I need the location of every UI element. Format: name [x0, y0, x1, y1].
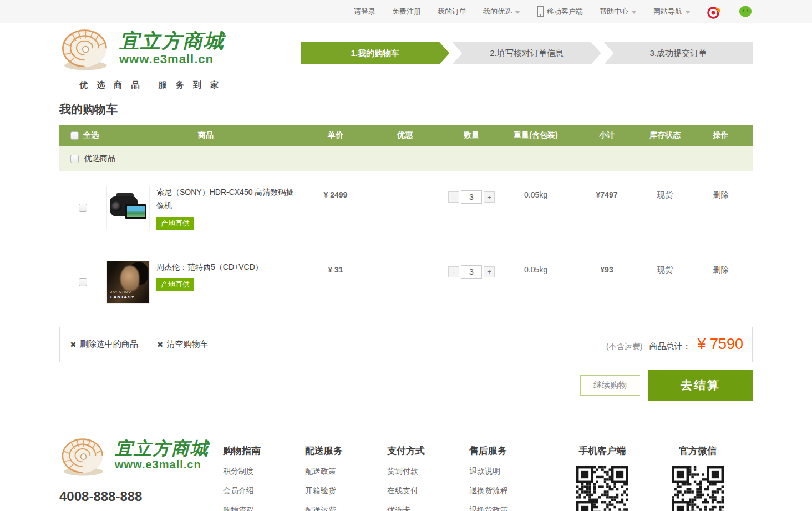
quantity-increase-button[interactable]: +	[484, 191, 495, 203]
unit-price: ¥ 2499	[305, 186, 366, 199]
item-checkbox[interactable]	[79, 278, 87, 286]
album-artist-text: JAY CHOU	[110, 290, 135, 294]
total-label: 商品总计：	[649, 341, 691, 352]
clear-cart-link[interactable]: ✖ 清空购物车	[157, 339, 209, 350]
footer-link[interactable]: 配送运费	[305, 505, 387, 511]
brand-slogan: 优 选 商 品 服 务 到 家	[79, 80, 225, 90]
clear-cart-label: 清空购物车	[166, 339, 208, 350]
footer-link[interactable]: 配送政策	[305, 467, 387, 477]
slogan-left: 优 选 商 品	[79, 80, 143, 90]
product-title[interactable]: 周杰伦：范特西5（CD+VCD）	[156, 261, 298, 274]
wechat-icon[interactable]	[738, 4, 753, 19]
page-title: 我的购物车	[59, 102, 753, 117]
col-subtotal: 小计	[572, 130, 641, 140]
weight-value: 0.05kg	[499, 186, 572, 199]
footer-link[interactable]: 退换货政策	[469, 505, 551, 511]
col-product: 商品	[106, 130, 305, 140]
product-title[interactable]: 索尼（SONY）HDR-CX450 高清数码摄像机	[156, 186, 298, 213]
x-icon: ✖	[70, 340, 77, 349]
unit-price: ¥ 31	[305, 261, 366, 274]
footer-link[interactable]: 购物流程	[223, 505, 305, 511]
table-row: 索尼（SONY）HDR-CX450 高清数码摄像机 产地直供 ¥ 2499 - …	[59, 171, 753, 246]
footer-col-payment: 支付方式 货到付款 在线支付 优选卡 发票制度	[387, 437, 469, 511]
footer-col-title: 配送服务	[305, 444, 387, 457]
footer-link[interactable]: 在线支付	[387, 486, 469, 496]
wechat-qr-code	[672, 466, 724, 511]
col-discount: 优惠	[366, 130, 444, 140]
quantity-stepper: - +	[448, 190, 495, 204]
site-logo[interactable]: 宜立方商城 www.e3mall.cn 优 选 商 品 服 务 到 家	[59, 28, 225, 90]
col-quantity: 数量	[444, 130, 499, 140]
cart-summary-bar: ✖ 删除选中的商品 ✖ 清空购物车 (不含运费) 商品总计： ¥ 7590	[59, 327, 753, 362]
col-stock: 库存状态	[641, 130, 689, 140]
col-action: 操作	[689, 130, 753, 140]
col-weight: 重量(含包装)	[499, 130, 572, 140]
mobile-client-label: 移动客户端	[547, 7, 583, 17]
qr-section-title: 手机客户端	[558, 444, 647, 457]
footer-col-title: 购物指南	[223, 444, 305, 457]
camcorder-screen	[125, 204, 146, 219]
group-label: 优选商品	[84, 154, 115, 164]
mobile-app-qr-code	[576, 466, 628, 511]
quantity-input[interactable]	[461, 265, 482, 279]
col-unit-price: 单价	[305, 130, 366, 140]
quantity-input[interactable]	[461, 190, 482, 204]
help-center-menu[interactable]: 帮助中心	[600, 7, 637, 17]
item-checkbox[interactable]	[79, 204, 87, 212]
brand-url: www.e3mall.cn	[115, 458, 209, 471]
mobile-app-qr-section: 手机客户端	[558, 437, 647, 511]
delete-selected-link[interactable]: ✖ 删除选中的商品	[70, 339, 138, 350]
group-select-checkbox[interactable]	[70, 155, 79, 163]
total-value: ¥ 7590	[697, 336, 743, 353]
product-image-sony-camcorder[interactable]	[106, 186, 150, 229]
footer-link[interactable]: 积分制度	[223, 467, 305, 477]
smartphone-icon	[537, 6, 544, 17]
quantity-increase-button[interactable]: +	[484, 266, 495, 277]
chevron-down-icon	[631, 11, 637, 14]
checkout-button[interactable]: 去结算	[648, 370, 753, 401]
footer-link[interactable]: 货到付款	[387, 467, 469, 477]
my-picks-label: 我的优选	[483, 7, 512, 17]
select-all-checkbox[interactable]	[70, 131, 79, 140]
album-face	[120, 266, 139, 291]
wechat-qr-section: 官方微信	[653, 437, 742, 511]
select-all-label: 全选	[83, 130, 99, 140]
footer-logo[interactable]: 宜立方商城 www.e3mall.cn	[59, 437, 223, 480]
cart-table-header: 全选 商品 单价 优惠 数量 重量(含包装) 小计 库存状态 操作	[59, 125, 753, 146]
service-phone: 4008-888-888	[59, 489, 223, 504]
brand-url: www.e3mall.cn	[119, 52, 225, 67]
footer-link[interactable]: 退换货流程	[469, 486, 551, 496]
discount-cell	[366, 261, 444, 265]
delete-item-link[interactable]: 删除	[689, 186, 753, 200]
group-row: 优选商品	[59, 146, 753, 171]
footer-col-title: 售后服务	[469, 444, 551, 457]
quantity-decrease-button[interactable]: -	[448, 266, 459, 277]
site-footer: 宜立方商城 www.e3mall.cn 4008-888-888 周一至周日8:…	[0, 423, 812, 511]
camcorder-lens	[111, 201, 121, 211]
mobile-client-link[interactable]: 移动客户端	[537, 6, 583, 17]
continue-shopping-button[interactable]: 继续购物	[580, 375, 640, 396]
slogan-right: 服 务 到 家	[159, 80, 222, 90]
site-nav-menu[interactable]: 网站导航	[653, 7, 691, 17]
origin-supply-badge: 产地直供	[156, 217, 194, 230]
delete-item-link[interactable]: 删除	[689, 261, 753, 275]
my-picks-menu[interactable]: 我的优选	[483, 7, 520, 17]
freight-note: (不含运费)	[606, 342, 642, 352]
footer-link[interactable]: 优选卡	[387, 505, 469, 511]
footer-link[interactable]: 开箱验货	[305, 486, 387, 496]
step-cart: 1.我的购物车	[301, 42, 449, 64]
quantity-decrease-button[interactable]: -	[448, 191, 459, 203]
weibo-icon[interactable]	[707, 4, 722, 19]
step-order-info: 2.填写核对订单信息	[452, 42, 601, 64]
origin-supply-badge: 产地直供	[156, 278, 194, 291]
footer-link[interactable]: 退款说明	[469, 467, 551, 477]
footer-link[interactable]: 会员介绍	[223, 486, 305, 496]
register-link[interactable]: 免费注册	[392, 7, 421, 17]
chevron-down-icon	[685, 11, 691, 14]
my-orders-link[interactable]: 我的订单	[438, 7, 466, 17]
delete-selected-label: 删除选中的商品	[80, 339, 138, 350]
login-link[interactable]: 请登录	[354, 7, 375, 17]
nautilus-shell-logo-icon	[59, 28, 115, 74]
product-image-jay-chou-fantasy-album[interactable]: JAY CHOU FANTASY	[106, 261, 150, 304]
footer-col-shopping-guide: 购物指南 积分制度 会员介绍 购物流程 常见问题	[223, 437, 305, 511]
